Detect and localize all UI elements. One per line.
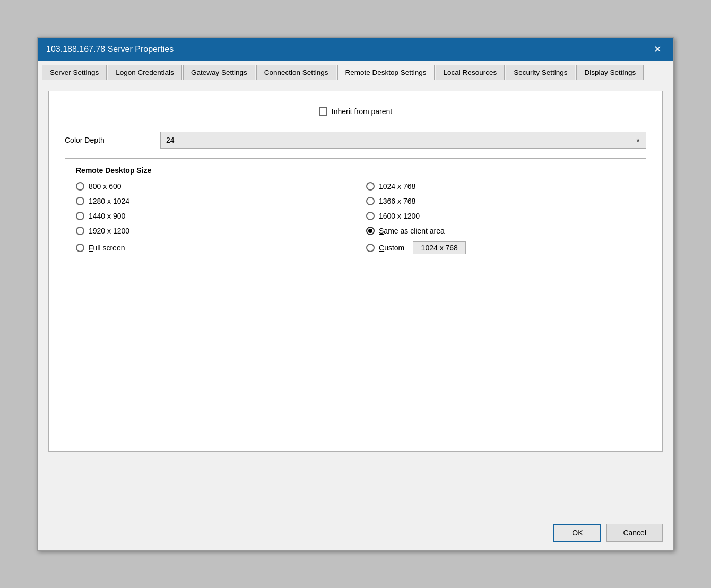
- inherit-label: Inherit from parent: [332, 107, 392, 116]
- radio-label-1024x768: 1024 x 768: [379, 182, 415, 191]
- titlebar: 103.188.167.78 Server Properties ✕: [38, 38, 673, 61]
- radio-row-1920x1200: 1920 x 1200: [76, 227, 345, 235]
- radio-row-1440x900: 1440 x 900: [76, 212, 345, 220]
- tab-local-resources[interactable]: Local Resources: [436, 65, 505, 80]
- radio-1024x768[interactable]: [366, 182, 375, 191]
- tab-remote-desktop-settings[interactable]: Remote Desktop Settings: [337, 65, 435, 80]
- footer: OK Cancel: [38, 515, 673, 550]
- server-properties-window: 103.188.167.78 Server Properties ✕ Serve…: [37, 37, 674, 551]
- radio-label-1366x768: 1366 x 768: [379, 197, 415, 205]
- radio-row-full-screen: Full screen: [76, 241, 345, 254]
- close-button[interactable]: ✕: [650, 42, 665, 57]
- color-depth-row: Color Depth 24 ∨: [65, 132, 646, 149]
- section-title: Remote Desktop Size: [76, 166, 635, 175]
- tab-gateway-settings[interactable]: Gateway Settings: [183, 65, 255, 80]
- window-title: 103.188.167.78 Server Properties: [46, 45, 174, 54]
- radio-row-custom: Custom 1024 x 768: [366, 241, 635, 254]
- radio-label-same-as-client: Same as client area: [379, 227, 445, 235]
- tab-connection-settings[interactable]: Connection Settings: [256, 65, 336, 80]
- tab-security-settings[interactable]: Security Settings: [506, 65, 575, 80]
- radio-row-1366x768: 1366 x 768: [366, 197, 635, 205]
- color-depth-label: Color Depth: [65, 136, 150, 144]
- radio-800x600[interactable]: [76, 182, 84, 191]
- radio-1280x1024[interactable]: [76, 197, 84, 205]
- radio-1920x1200[interactable]: [76, 227, 84, 235]
- inherit-row: Inherit from parent: [65, 107, 646, 116]
- color-depth-dropdown[interactable]: 24 ∨: [160, 132, 646, 149]
- content-area: Inherit from parent Color Depth 24 ∨ Rem…: [38, 80, 673, 515]
- ok-button[interactable]: OK: [553, 524, 601, 542]
- radio-1600x1200[interactable]: [366, 212, 375, 220]
- inherit-checkbox[interactable]: [319, 107, 327, 116]
- radio-custom[interactable]: [366, 244, 375, 252]
- radio-same-as-client[interactable]: [366, 227, 375, 235]
- radio-label-800x600: 800 x 600: [89, 182, 122, 191]
- settings-panel: Inherit from parent Color Depth 24 ∨ Rem…: [48, 91, 663, 452]
- radio-label-1920x1200: 1920 x 1200: [89, 227, 129, 235]
- radio-row-1600x1200: 1600 x 1200: [366, 212, 635, 220]
- radio-full-screen[interactable]: [76, 244, 84, 252]
- tab-bar: Server Settings Logon Credentials Gatewa…: [38, 61, 673, 80]
- radio-row-same-as-client: Same as client area: [366, 227, 635, 235]
- desktop-size-section: Remote Desktop Size 800 x 600 1024 x 768: [65, 158, 646, 265]
- radio-label-custom: Custom: [379, 244, 404, 252]
- radio-label-full-screen: Full screen: [89, 244, 125, 252]
- chevron-down-icon: ∨: [636, 136, 640, 144]
- cancel-button[interactable]: Cancel: [606, 524, 663, 542]
- radio-grid: 800 x 600 1024 x 768 1280 x 1024: [76, 182, 635, 254]
- radio-1440x900[interactable]: [76, 212, 84, 220]
- tab-logon-credentials[interactable]: Logon Credentials: [108, 65, 182, 80]
- tab-server-settings[interactable]: Server Settings: [42, 65, 107, 80]
- radio-label-1280x1024: 1280 x 1024: [89, 197, 129, 205]
- custom-value-display: 1024 x 768: [413, 241, 466, 254]
- radio-label-1440x900: 1440 x 900: [89, 212, 125, 220]
- color-depth-value: 24: [166, 136, 636, 144]
- radio-1366x768[interactable]: [366, 197, 375, 205]
- radio-row-800x600: 800 x 600: [76, 182, 345, 191]
- radio-row-1024x768: 1024 x 768: [366, 182, 635, 191]
- radio-label-1600x1200: 1600 x 1200: [379, 212, 420, 220]
- radio-row-1280x1024: 1280 x 1024: [76, 197, 345, 205]
- tab-display-settings[interactable]: Display Settings: [576, 65, 644, 80]
